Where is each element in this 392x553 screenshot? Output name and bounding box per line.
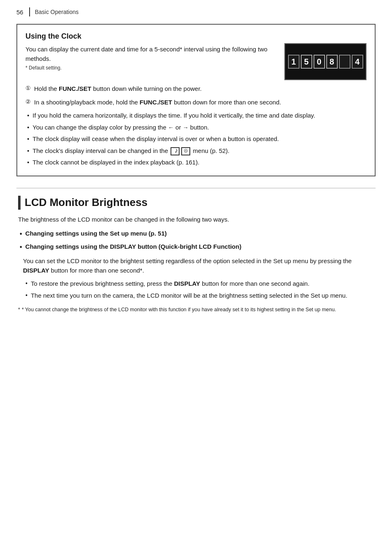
clock-bullet-3: • The clock display will cease when the … <box>25 134 367 144</box>
lcd-sub-bullet-2: • The next time you turn on the camera, … <box>18 291 376 301</box>
clock-section: Using the Clock You can display the curr… <box>16 24 376 176</box>
lcd-bold-bullet-text-2: Changing settings using the DISPLAY butt… <box>25 242 242 252</box>
clock-intro: You can display the current date and tim… <box>25 45 276 63</box>
clock-display: 1 5 0 8 4 <box>284 43 367 80</box>
lcd-intro: The brightness of the LCD monitor can be… <box>18 215 376 224</box>
menu-icon-box: ☉ <box>181 147 190 155</box>
section-divider <box>16 188 376 188</box>
lcd-bold-bullet-1: • Changing settings using the Set up men… <box>18 229 376 239</box>
clock-text-block: You can display the current date and tim… <box>25 45 276 75</box>
page-header: 56 Basic Operations <box>16 7 376 16</box>
step-text-2: In a shooting/playback mode, hold the FU… <box>34 98 281 107</box>
section-label: Basic Operations <box>35 9 79 15</box>
clock-bullet-4: • The clock's display interval can be ch… <box>25 146 367 156</box>
step-1: ① Hold the FUNC./SET button down while t… <box>25 84 367 94</box>
lcd-title-bar: LCD Monitor Brightness <box>18 196 376 210</box>
clock-content: You can display the current date and tim… <box>25 45 367 80</box>
lcd-title-accent <box>18 196 21 210</box>
lcd-sub-para: You can set the LCD monitor to the brigh… <box>23 256 376 275</box>
digit-5: 4 <box>352 55 363 69</box>
digit-2: 5 <box>301 55 312 69</box>
clock-note: * Default setting. <box>25 65 276 71</box>
menu-icon: 𝅘𝅥𝅮︎ <box>171 147 180 155</box>
lcd-sub-bullet-1: • To restore the previous brightness set… <box>18 279 376 289</box>
step-number-2: ② <box>25 98 31 105</box>
step-number-1: ① <box>25 85 31 91</box>
clock-bullet-1: • If you hold the camera horizontally, i… <box>25 111 367 120</box>
header-divider <box>29 7 30 16</box>
page-container: 56 Basic Operations Using the Clock You … <box>0 0 392 553</box>
lcd-bold-bullet-2: • Changing settings using the DISPLAY bu… <box>18 242 376 252</box>
clock-title: Using the Clock <box>25 32 367 41</box>
lcd-section: LCD Monitor Brightness The brightness of… <box>16 196 376 314</box>
digit-1: 1 <box>288 55 300 69</box>
digit-4: 8 <box>326 55 338 69</box>
clock-bullet-2: • You can change the display color by pr… <box>25 123 367 132</box>
lcd-footnote-text: * You cannot change the brightness of th… <box>22 307 336 312</box>
lcd-title: LCD Monitor Brightness <box>25 196 148 209</box>
digit-blank <box>339 55 350 69</box>
step-2: ② In a shooting/playback mode, hold the … <box>25 98 367 107</box>
lcd-bold-bullet-text-1: Changing settings using the Set up menu … <box>25 229 167 238</box>
lcd-footnote: ** You cannot change the brightness of t… <box>18 306 376 314</box>
clock-bullet-5: • The clock cannot be displayed in the i… <box>25 158 367 167</box>
digit-3: 0 <box>314 55 325 69</box>
step-text-1: Hold the FUNC./SET button down while tur… <box>34 84 202 94</box>
clock-digits: 1 5 0 8 4 <box>288 55 363 69</box>
page-number: 56 <box>16 9 23 16</box>
